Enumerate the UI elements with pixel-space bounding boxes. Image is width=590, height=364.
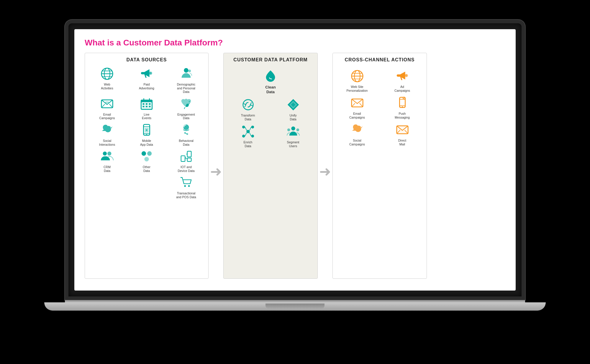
svg-rect-42 [187,158,191,162]
svg-point-38 [147,151,152,156]
svg-rect-41 [181,156,185,161]
list-item-spacer [88,175,126,199]
item-label: UnifyData [290,114,297,121]
mobile-icon [139,122,154,138]
data-sources-section: DATA SOURCES WebActivities [85,53,209,279]
actions-grid: Web SitePersonalization AdCampaigns [336,68,424,146]
svg-rect-23 [146,106,148,107]
clean-data-icon [263,68,278,84]
item-label: AdCampaigns [394,85,410,92]
screen-content: What is a Customer Data Platform? DATA S… [74,29,516,291]
ad-campaigns-icon [395,68,410,84]
svg-rect-24 [149,106,151,107]
crm-icon [99,149,115,164]
item-label: PushMessaging [395,112,410,119]
item-label: EngagementData [177,113,195,120]
list-item: CleanData [263,68,278,94]
svg-line-70 [359,103,363,107]
list-item: SocialCampaigns [336,122,378,146]
list-item: SocialInteractions [88,122,126,146]
svg-point-47 [188,185,190,187]
list-item: Web SitePersonalization [336,68,378,92]
svg-point-49 [242,126,245,129]
iot-icon [178,149,194,164]
globe-icon [99,66,115,81]
svg-point-59 [287,129,290,132]
actions-heading: CROSS-CHANNEL ACTIONS [345,57,414,63]
svg-point-51 [242,135,245,138]
actions-section: CROSS-CHANNEL ACTIONS Web SitePersonaliz… [332,53,427,279]
sources-grid: WebActivities PaidAdvertising [88,66,205,199]
svg-point-60 [296,129,299,132]
behavioral-icon [178,122,194,138]
list-item: LiveEvents [127,96,166,120]
list-item: DirectMail [381,122,424,146]
svg-point-74 [402,106,403,108]
svg-point-36 [107,152,111,155]
list-item: PaidAdvertising [127,66,166,94]
svg-point-7 [184,68,188,73]
list-item: BehavioralData [167,122,205,146]
svg-point-37 [142,151,146,156]
list-item: AdCampaigns [381,68,424,92]
svg-point-46 [184,185,186,187]
item-label: EmailCampaigns [99,113,115,120]
svg-point-39 [144,157,149,161]
engagement-icon [178,96,194,112]
item-label: TransformData [241,114,255,121]
list-item: CRMData [88,149,126,173]
item-label: WebActivities [101,83,113,90]
list-item: OtherData [127,149,166,173]
svg-point-28 [146,134,147,135]
megaphone-icon [139,66,154,81]
arrow-1: ➜ [209,65,223,279]
laptop-notch [266,304,324,309]
svg-line-57 [249,133,251,136]
cart-icon [178,175,194,190]
svg-line-69 [351,103,355,107]
svg-line-10 [101,104,105,108]
other-icon [139,149,154,164]
item-label: SegmentUsers [287,140,299,148]
list-item: EnrichData [227,124,269,148]
list-item: PushMessaging [381,95,424,119]
item-label: OtherData [143,165,150,173]
item-label: SocialInteractions [99,139,115,146]
transform-icon [240,97,256,112]
svg-point-35 [103,152,107,155]
list-item: EngagementData [167,96,205,120]
svg-point-48 [243,100,253,110]
svg-point-50 [251,126,254,129]
segment-icon [286,124,301,139]
svg-point-8 [188,70,191,73]
demographic-icon [178,66,194,81]
cdp-section: CUSTOMER DATA PLATFORM CleanData [223,53,318,279]
item-label: SocialCampaigns [349,139,365,146]
push-messaging-icon [395,95,410,111]
item-label: Web SitePersonalization [347,85,368,92]
laptop-hinge [65,300,525,302]
item-label: CRMData [104,165,111,173]
item-label: Transactionaland POS Data [176,191,196,199]
slide-title: What is a Customer Data Platform? [85,38,505,47]
item-label: MobileApp Data [140,139,153,146]
list-item: UnifyData [272,97,314,121]
cdp-grid: CleanData TransformData [227,68,314,148]
svg-point-30 [146,129,148,131]
svg-point-58 [291,127,295,130]
svg-point-67 [405,74,407,77]
list-item: EmailCampaigns [336,95,378,119]
item-label: LiveEvents [142,113,151,120]
item-label: EmailCampaigns [349,112,365,119]
events-icon [139,96,154,112]
item-label: CleanData [265,85,276,94]
item-label: DirectMail [398,139,406,146]
email-campaigns-icon [350,95,365,111]
list-item: TransformData [227,97,269,121]
web-personalization-icon [350,68,365,84]
enrich-icon [240,124,256,139]
svg-line-56 [245,133,247,136]
svg-rect-40 [187,151,191,157]
list-item: WebActivities [88,66,126,94]
item-label: PaidAdvertising [139,83,154,90]
